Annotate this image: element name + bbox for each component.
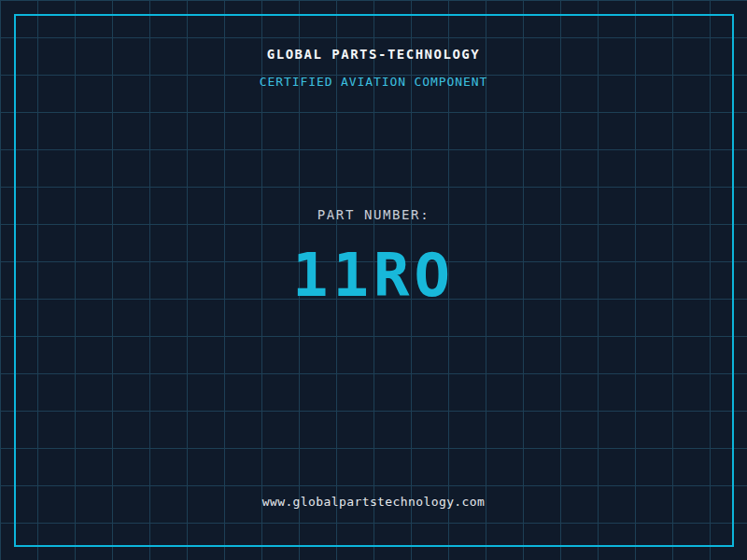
part-number-value: 11RO [0,241,747,310]
website-url: www.globalpartstechnology.com [0,495,747,509]
certified-tagline: CERTIFIED AVIATION COMPONENT [0,75,747,89]
part-label-card: { "company": { "name": "GLOBAL PARTS-TEC… [0,0,747,560]
company-name-heading: GLOBAL PARTS-TECHNOLOGY [0,47,747,62]
part-number-label: PART NUMBER: [0,207,747,222]
